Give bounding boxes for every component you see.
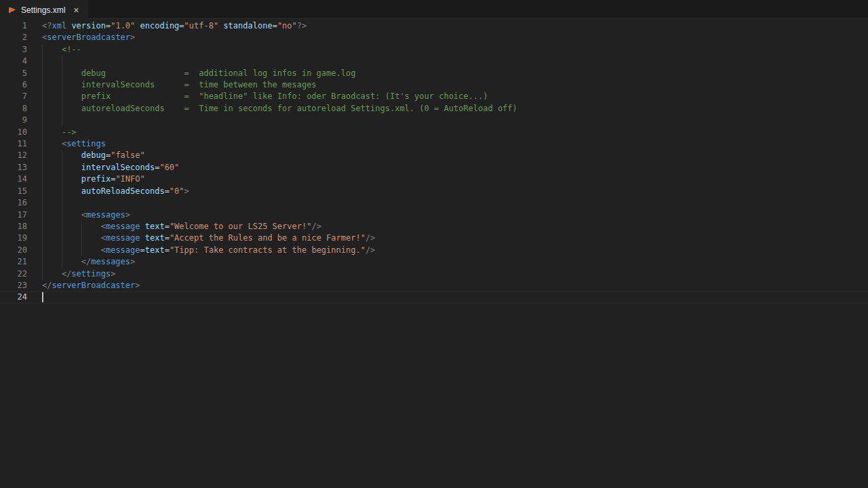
line-content: debug="false" [27, 150, 868, 161]
code-line[interactable]: 8 autoreloadSeconds = Time in seconds fo… [0, 103, 868, 115]
indent-guide [62, 150, 62, 161]
line-number[interactable]: 5 [0, 68, 27, 79]
line-number[interactable]: 13 [0, 162, 27, 174]
line-content: <messages> [27, 209, 868, 221]
line-content: autoreloadSeconds = Time in seconds for … [27, 103, 868, 115]
indent-guide [42, 115, 43, 126]
indent-guide [62, 91, 62, 102]
line-number[interactable]: 8 [0, 103, 27, 115]
code-line[interactable]: 10 --> [0, 127, 868, 138]
line-number[interactable]: 6 [0, 79, 27, 91]
indent-guide [42, 79, 43, 91]
code-line[interactable]: 23</serverBroadcaster> [0, 280, 868, 291]
code-line[interactable]: 22 </settings> [0, 268, 868, 280]
line-content: prefix="INFO" [27, 174, 868, 185]
code-line[interactable]: 17 <messages> [0, 209, 868, 221]
indent-guide [62, 115, 62, 126]
line-number[interactable]: 17 [0, 209, 27, 221]
line-number[interactable]: 12 [0, 150, 27, 161]
indent-guide [62, 56, 62, 67]
code-line[interactable]: 14 prefix="INFO" [0, 174, 868, 185]
code-line[interactable]: 13 intervalSeconds="60" [0, 162, 868, 174]
indent-guide [42, 91, 43, 102]
line-number[interactable]: 11 [0, 138, 27, 150]
line-content: </settings> [27, 268, 868, 280]
code-line[interactable]: 2<serverBroadcaster> [0, 32, 868, 43]
line-number[interactable]: 22 [0, 268, 27, 280]
line-number[interactable]: 1 [0, 20, 27, 32]
line-content: <!-- [27, 44, 868, 56]
line-content: intervalSeconds="60" [27, 162, 868, 174]
line-number[interactable]: 7 [0, 91, 27, 102]
code-line[interactable]: 19 <message text="Accept the Rules and b… [0, 232, 868, 244]
code-line[interactable]: 21 </messages> [0, 256, 868, 268]
code-line[interactable]: 12 debug="false" [0, 150, 868, 161]
indent-guide [81, 245, 82, 256]
text-cursor [42, 292, 43, 302]
code-area: 1<?xml version="1.0" encoding="utf-8" st… [0, 20, 868, 304]
line-number[interactable]: 15 [0, 186, 27, 197]
line-number[interactable]: 16 [0, 197, 27, 209]
indent-guide [42, 138, 43, 150]
indent-guide [62, 197, 62, 209]
code-line[interactable]: 4 [0, 56, 868, 67]
line-number[interactable]: 24 [0, 291, 27, 303]
line-number[interactable]: 10 [0, 127, 27, 138]
line-number[interactable]: 2 [0, 32, 27, 43]
line-number[interactable]: 3 [0, 44, 27, 56]
code-line[interactable]: 24 [0, 291, 868, 303]
indent-guide [62, 68, 62, 79]
code-line[interactable]: 7 prefix = "headline" like Info: oder Br… [0, 91, 868, 102]
line-number[interactable]: 20 [0, 245, 27, 256]
line-number[interactable]: 18 [0, 221, 27, 232]
tab-bar: Settings.xml × [0, 0, 868, 19]
indent-guide [42, 232, 43, 244]
indent-guide [62, 186, 62, 197]
indent-guide [42, 197, 43, 209]
line-number[interactable]: 9 [0, 115, 27, 126]
line-content: debug = additional log infos in game.log [27, 68, 868, 79]
code-line[interactable]: 18 <message text="Welcome to our LS25 Se… [0, 221, 868, 232]
indent-guide [42, 162, 43, 174]
xml-file-icon [7, 5, 17, 15]
code-line[interactable]: 5 debug = additional log infos in game.l… [0, 68, 868, 79]
indent-guide [42, 127, 43, 138]
indent-guide [62, 209, 62, 221]
indent-guide [42, 68, 43, 79]
indent-guide [42, 174, 43, 185]
line-number[interactable]: 23 [0, 280, 27, 291]
code-editor[interactable]: 1<?xml version="1.0" encoding="utf-8" st… [0, 19, 868, 488]
line-content: </messages> [27, 256, 868, 268]
line-content [27, 115, 868, 126]
line-number[interactable]: 4 [0, 56, 27, 67]
line-number[interactable]: 14 [0, 174, 27, 185]
code-line[interactable]: 20 <message=text="Tipp: Take contracts a… [0, 245, 868, 256]
code-line[interactable]: 1<?xml version="1.0" encoding="utf-8" st… [0, 20, 868, 32]
line-content: prefix = "headline" like Info: oder Brao… [27, 91, 868, 102]
indent-guide [42, 150, 43, 161]
indent-guide [81, 221, 82, 232]
line-content: <message text="Welcome to our LS25 Serve… [27, 221, 868, 232]
line-content [27, 197, 868, 209]
line-number[interactable]: 21 [0, 256, 27, 268]
indent-guide [62, 221, 62, 232]
indent-guide [42, 56, 43, 67]
code-line[interactable]: 15 autoReloadSeconds="0"> [0, 186, 868, 197]
line-number[interactable]: 19 [0, 232, 27, 244]
code-line[interactable]: 6 intervalSeconds = time between the mes… [0, 79, 868, 91]
indent-guide [42, 256, 43, 268]
line-content: intervalSeconds = time between the mesag… [27, 79, 868, 91]
indent-guide [62, 232, 62, 244]
tab-close-icon[interactable]: × [71, 5, 81, 16]
indent-guide [62, 174, 62, 185]
tab-settings-xml[interactable]: Settings.xml × [0, 0, 88, 20]
indent-guide [42, 103, 43, 115]
code-line[interactable]: 11 <settings [0, 138, 868, 150]
code-line[interactable]: 16 [0, 197, 868, 209]
line-content: --> [27, 127, 868, 138]
indent-guide [42, 245, 43, 256]
indent-guide [42, 221, 43, 232]
line-content: <serverBroadcaster> [27, 32, 868, 43]
code-line[interactable]: 9 [0, 115, 868, 126]
code-line[interactable]: 3 <!-- [0, 44, 868, 56]
